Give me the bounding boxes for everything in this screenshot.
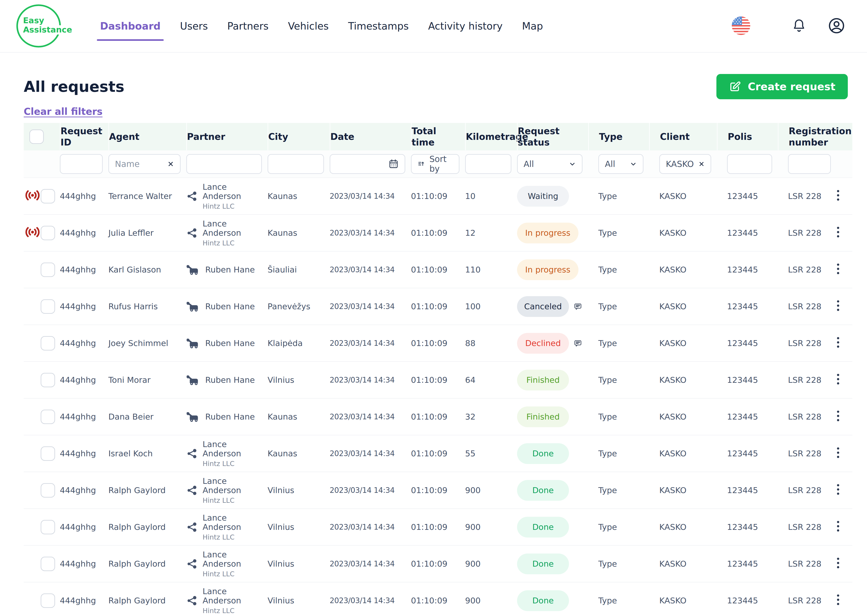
column-header: Type — [588, 123, 649, 151]
city-cell: Šiauliai — [268, 265, 329, 274]
row-checkbox[interactable] — [41, 594, 55, 608]
row-menu-kebab-icon[interactable] — [837, 410, 840, 422]
row-menu-kebab-icon[interactable] — [837, 300, 840, 311]
nav-item[interactable]: Timestamps — [348, 20, 409, 32]
kilometrage-cell: 10 — [465, 192, 517, 201]
row-checkbox[interactable] — [41, 557, 55, 571]
agent-cell: Toni Morar — [109, 376, 186, 385]
select-all-checkbox[interactable] — [29, 129, 44, 144]
clear-x-icon[interactable] — [167, 160, 174, 167]
create-request-button[interactable]: Create request — [716, 74, 848, 99]
total-time-cell: 01:10:09 — [411, 376, 465, 385]
nav-item[interactable]: Users — [180, 20, 208, 32]
row-menu-kebab-icon[interactable] — [837, 226, 840, 238]
row-menu-kebab-icon[interactable] — [837, 373, 840, 385]
row-checkbox[interactable] — [41, 189, 55, 203]
row-menu-kebab-icon[interactable] — [837, 447, 840, 459]
polis-filter[interactable] — [727, 154, 772, 174]
language-us-flag-icon[interactable] — [732, 16, 750, 36]
share-nodes-icon — [186, 558, 197, 570]
row-menu-kebab-icon[interactable] — [837, 484, 840, 495]
partner-company: Hintz LLC — [203, 239, 261, 247]
partner-name: Lance Anderson — [203, 219, 261, 237]
share-nodes-icon — [186, 447, 197, 460]
nav-item[interactable]: Vehicles — [288, 20, 328, 32]
request-status-value: All — [523, 159, 534, 169]
partner-name: Ruben Hane — [205, 412, 255, 421]
kilometrage-filter[interactable] — [465, 154, 511, 174]
registration-cell: LSR 228 — [778, 302, 837, 311]
row-checkbox[interactable] — [41, 410, 55, 424]
city-cell: Kaunas — [268, 192, 329, 201]
table-row: 444ghhg Julia Leffler Lance Anderson Hin… — [24, 215, 852, 251]
agent-cell: Julia Leffler — [109, 228, 186, 237]
column-header: Partner — [186, 123, 268, 151]
main-nav: Dashboard Users Partners Vehicles Timest… — [100, 20, 543, 32]
tow-truck-icon — [186, 337, 200, 349]
share-nodes-icon — [186, 521, 197, 533]
total-time-sort[interactable]: Sort by — [411, 154, 459, 174]
nav-item[interactable]: Partners — [227, 20, 269, 32]
column-header: Total time — [411, 123, 465, 151]
partner-company: Hintz LLC — [203, 497, 261, 504]
date-cell: 2023/03/14 14:34 — [329, 302, 411, 311]
request-id-cell: 444ghhg — [60, 486, 109, 495]
row-checkbox[interactable] — [41, 262, 55, 277]
comment-icon[interactable] — [574, 299, 582, 314]
clear-all-filters-link[interactable]: Clear all filters — [24, 106, 102, 117]
client-cell: KASKO — [649, 302, 717, 311]
row-menu-kebab-icon[interactable] — [837, 263, 840, 275]
total-time-cell: 01:10:09 — [411, 449, 465, 458]
row-menu-kebab-icon[interactable] — [837, 520, 840, 532]
request-id-filter[interactable] — [60, 154, 103, 174]
client-filter[interactable]: KASKO — [659, 154, 711, 174]
type-cell: Type — [588, 522, 649, 532]
nav-item[interactable]: Activity history — [428, 20, 503, 32]
request-id-cell: 444ghhg — [60, 376, 109, 385]
row-menu-kebab-icon[interactable] — [837, 190, 840, 201]
row-menu-kebab-icon[interactable] — [837, 336, 840, 348]
partner-cell: Ruben Hane — [186, 411, 268, 423]
total-time-cell: 01:10:09 — [411, 302, 465, 311]
row-menu-kebab-icon[interactable] — [837, 557, 840, 569]
nav-item[interactable]: Dashboard — [100, 20, 161, 32]
nav-item[interactable]: Map — [522, 20, 543, 32]
row-checkbox[interactable] — [41, 520, 55, 534]
partner-cell: Lance Anderson Hintz LLC — [186, 440, 268, 468]
bell-icon[interactable] — [792, 18, 806, 34]
row-checkbox[interactable] — [41, 336, 55, 350]
city-cell: Kaunas — [268, 228, 329, 237]
city-filter[interactable] — [268, 154, 324, 174]
partner-cell: Ruben Hane — [186, 300, 268, 313]
kilometrage-cell: 900 — [465, 559, 517, 569]
column-header: Request status — [517, 123, 588, 151]
date-filter[interactable] — [329, 154, 405, 174]
partner-filter[interactable] — [186, 154, 262, 174]
table-row: 444ghhg Terrance Walter Lance Anderson H… — [24, 178, 852, 215]
user-circle-icon[interactable] — [828, 17, 845, 36]
partner-cell: Lance Anderson Hintz LLC — [186, 550, 268, 578]
comment-icon[interactable] — [574, 336, 582, 350]
registration-cell: LSR 228 — [778, 449, 837, 458]
row-checkbox[interactable] — [41, 446, 55, 461]
clear-x-icon[interactable] — [698, 160, 705, 167]
row-checkbox[interactable] — [41, 483, 55, 498]
request-id-cell: 444ghhg — [60, 265, 109, 274]
client-cell: KASKO — [649, 228, 717, 237]
row-checkbox[interactable] — [41, 373, 55, 387]
agent-cell: Dana Beier — [109, 412, 186, 421]
type-select[interactable]: All — [598, 154, 643, 174]
client-filter-value: KASKO — [666, 159, 694, 169]
top-navbar: Easy Assistance Dashboard Users Partners… — [0, 0, 867, 53]
date-cell: 2023/03/14 14:34 — [329, 339, 411, 347]
agent-cell: Joey Schimmel — [109, 339, 186, 348]
column-header: Polis — [717, 123, 778, 151]
registration-number-filter[interactable] — [788, 154, 831, 174]
client-cell: KASKO — [649, 339, 717, 348]
row-checkbox[interactable] — [41, 299, 55, 314]
request-status-select[interactable]: All — [517, 154, 583, 174]
row-checkbox[interactable] — [41, 226, 55, 240]
agent-filter[interactable]: Name — [109, 154, 181, 174]
row-menu-kebab-icon[interactable] — [837, 594, 840, 606]
total-time-cell: 01:10:09 — [411, 265, 465, 274]
